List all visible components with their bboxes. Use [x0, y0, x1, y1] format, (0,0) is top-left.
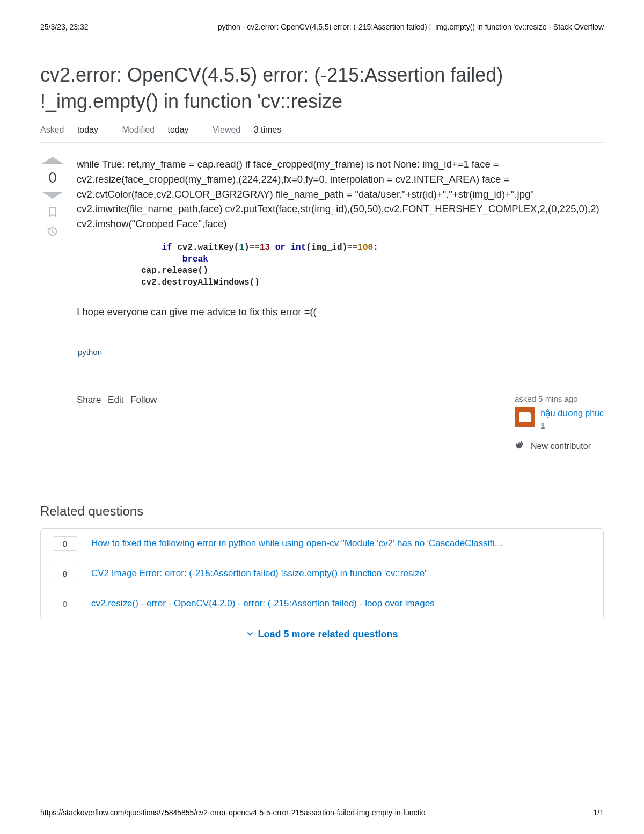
chevron-down-icon	[246, 630, 254, 641]
print-header: 25/3/23, 23:32 python - cv2.error: OpenC…	[40, 23, 604, 31]
viewed-label: Viewed	[213, 125, 240, 135]
owner-reputation: 1	[540, 420, 604, 432]
downvote-button[interactable]	[42, 192, 63, 199]
related-item[interactable]: 8 CV2 Image Error: error: (-215:Assertio…	[41, 559, 603, 589]
question-meta: Asked today Modified today Viewed 3 time…	[40, 125, 604, 143]
post-body: while True: ret,my_frame = cap.read() if…	[77, 157, 604, 503]
upvote-button[interactable]	[42, 157, 63, 164]
related-score: 0	[53, 536, 77, 551]
tag-python[interactable]: python	[77, 344, 103, 361]
modified-label: Modified	[122, 125, 155, 135]
related-item[interactable]: 0 How to fixed the following error in py…	[41, 529, 603, 559]
post-actions: Share Edit Follow	[77, 393, 161, 455]
question-paragraph-1: while True: ret,my_frame = cap.read() if…	[77, 157, 604, 231]
bookmark-icon[interactable]	[40, 206, 65, 218]
new-contributor-label: New contributor	[531, 440, 591, 453]
asked-value: today	[77, 125, 98, 135]
related-score: 0	[53, 597, 77, 611]
load-more-related[interactable]: Load 5 more related questions	[40, 629, 604, 640]
question-paragraph-2: I hope everyone can give me advice to fi…	[77, 304, 604, 320]
vote-count: 0	[40, 169, 65, 186]
print-footer: https://stackoverflow.com/questions/7584…	[40, 808, 604, 817]
related-link[interactable]: CV2 Image Error: error: (-215:Assertion …	[91, 568, 426, 579]
viewed-value: 3 times	[254, 125, 282, 135]
related-link[interactable]: How to fixed the following error in pyth…	[91, 538, 503, 549]
asked-label: Asked	[40, 125, 64, 135]
question-title: cv2.error: OpenCV(4.5.5) error: (-215:As…	[40, 62, 604, 114]
print-title: python - cv2.error: OpenCV(4.5.5) error:…	[218, 23, 604, 31]
vote-column: 0	[40, 157, 65, 503]
related-questions: 0 How to fixed the following error in py…	[40, 528, 604, 619]
modified-value: today	[167, 125, 188, 135]
related-link[interactable]: cv2.resize() - error - OpenCV(4.2.0) - e…	[91, 598, 435, 609]
print-timestamp: 25/3/23, 23:32	[40, 23, 89, 31]
owner-card: asked 5 mins ago hậu dương phúc 1 New co…	[515, 393, 604, 455]
history-icon[interactable]	[40, 226, 65, 237]
share-link[interactable]: Share	[77, 395, 101, 405]
owner-username[interactable]: hậu dương phúc	[540, 407, 604, 420]
print-page-number: 1/1	[594, 808, 604, 817]
related-score: 8	[53, 567, 77, 581]
print-url: https://stackoverflow.com/questions/7584…	[40, 808, 425, 817]
related-title: Related questions	[40, 504, 604, 519]
avatar[interactable]	[515, 407, 535, 427]
follow-link[interactable]: Follow	[130, 395, 157, 405]
edit-link[interactable]: Edit	[108, 395, 123, 405]
code-block: if cv2.waitKey(1)==13 or int(img_id)==10…	[141, 242, 604, 288]
related-item[interactable]: 0 cv2.resize() - error - OpenCV(4.2.0) -…	[41, 589, 603, 619]
hand-wave-icon	[515, 438, 526, 455]
asked-time: asked 5 mins ago	[515, 393, 604, 405]
tags: python	[77, 344, 604, 361]
